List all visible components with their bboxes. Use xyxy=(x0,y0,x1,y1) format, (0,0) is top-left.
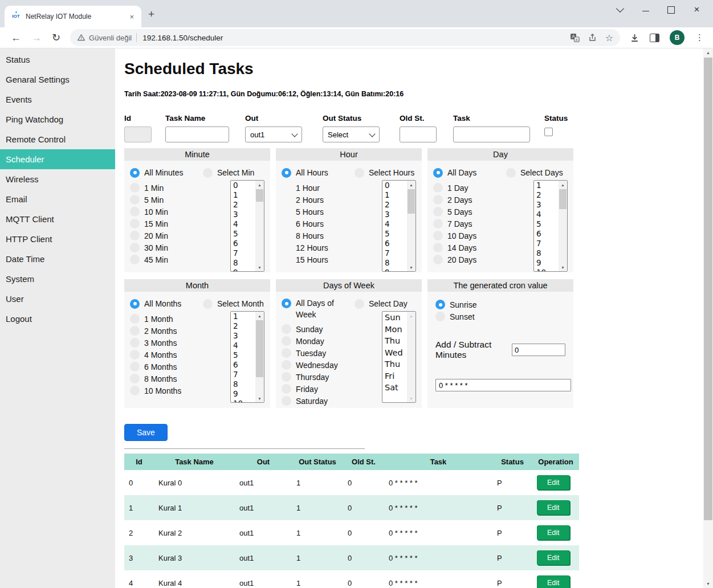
sidebar-item[interactable]: Ping Watchdog xyxy=(0,109,115,129)
sidebar-item[interactable]: User xyxy=(0,289,115,309)
security-label[interactable]: Güvenli değil xyxy=(89,34,132,42)
month-option-radio[interactable]: 1 Month xyxy=(130,313,203,325)
list-option[interactable]: 1 xyxy=(536,181,559,190)
day-option-radio[interactable]: 7 Days xyxy=(433,218,506,230)
select-min-radio[interactable]: Select Min xyxy=(203,166,264,179)
scroll-down-icon[interactable]: ▼ xyxy=(409,263,413,271)
list-option[interactable]: 1 xyxy=(233,312,255,321)
scroll-thumb[interactable] xyxy=(256,189,263,202)
list-option[interactable]: 6 xyxy=(385,239,407,248)
minimize-button[interactable] xyxy=(633,1,658,18)
list-option[interactable]: 2 xyxy=(233,200,255,210)
all-hours-radio[interactable]: All Hours xyxy=(282,166,355,179)
hour-option-radio[interactable]: 12 Hours xyxy=(282,242,355,254)
month-option-radio[interactable]: 6 Months xyxy=(130,361,203,373)
month-option-radio[interactable]: 8 Months xyxy=(130,373,203,385)
edit-button[interactable]: Edit xyxy=(537,575,570,588)
avatar[interactable]: B xyxy=(670,30,685,45)
day-option-radio[interactable]: 1 Day xyxy=(433,182,506,194)
side-panel-icon[interactable] xyxy=(650,34,659,42)
list-option[interactable]: 2 xyxy=(233,321,255,331)
scroll-thumb[interactable] xyxy=(559,189,567,209)
scroll-down-icon[interactable]: ▼ xyxy=(258,263,261,271)
list-option[interactable]: 5 xyxy=(233,229,255,239)
day-listbox[interactable]: 12345678910 ▲ ▼ xyxy=(533,180,568,272)
list-option[interactable]: 9 xyxy=(536,258,559,268)
sidebar-item[interactable]: HTTP Client xyxy=(0,229,115,249)
reload-icon[interactable]: ↻ xyxy=(52,32,60,43)
id-input[interactable] xyxy=(124,126,152,142)
task-name-input[interactable] xyxy=(165,126,229,142)
list-option[interactable]: 7 xyxy=(233,370,255,379)
translate-icon[interactable]: Aa xyxy=(570,33,580,43)
edit-button[interactable]: Edit xyxy=(537,525,570,540)
edit-button[interactable]: Edit xyxy=(537,475,570,490)
day-option-radio[interactable]: 10 Days xyxy=(433,230,506,242)
list-option[interactable]: 2 xyxy=(536,190,559,200)
select-hours-radio[interactable]: Select Hours xyxy=(355,166,416,179)
hour-option-radio[interactable]: 1 Hour xyxy=(282,182,355,194)
weekday-option-radio[interactable]: Tuesday xyxy=(282,347,355,359)
list-option[interactable]: 8 xyxy=(233,258,255,268)
all-minutes-radio[interactable]: All Minutes xyxy=(130,166,203,179)
share-icon[interactable] xyxy=(588,33,597,42)
sidebar-item[interactable]: Events xyxy=(0,89,115,109)
scroll-up-icon[interactable]: ▲ xyxy=(409,181,413,189)
day-option-radio[interactable]: 14 Days xyxy=(433,242,506,254)
list-option[interactable]: 3 xyxy=(385,210,407,219)
select-days-radio[interactable]: Select Days xyxy=(506,166,568,179)
maximize-button[interactable] xyxy=(658,1,684,18)
addsub-minutes-input[interactable] xyxy=(512,344,565,356)
minute-option-radio[interactable]: 5 Min xyxy=(130,194,203,206)
list-option[interactable]: 3 xyxy=(233,331,255,341)
kebab-menu-icon[interactable]: ⋮ xyxy=(695,32,704,43)
scroll-down-icon[interactable]: ▼ xyxy=(703,579,713,588)
select-day-radio[interactable]: Select Day xyxy=(355,297,416,310)
list-option[interactable]: 10 xyxy=(536,268,559,271)
list-option[interactable]: 2 xyxy=(385,200,407,210)
weekday-option-radio[interactable]: Thursday xyxy=(282,371,355,383)
scroll-up-icon[interactable]: ▲ xyxy=(258,181,261,189)
save-button[interactable]: Save xyxy=(124,424,168,441)
scroll-thumb[interactable] xyxy=(408,189,415,214)
sidebar-item[interactable]: Status xyxy=(0,50,115,70)
status-checkbox[interactable] xyxy=(544,128,553,136)
list-option[interactable]: 9 xyxy=(385,268,407,271)
list-option[interactable]: 3 xyxy=(536,200,559,210)
list-option[interactable]: 7 xyxy=(233,248,255,258)
hour-option-radio[interactable]: 2 Hours xyxy=(282,194,355,206)
day-option-radio[interactable]: 5 Days xyxy=(433,206,506,218)
list-option[interactable]: 6 xyxy=(233,360,255,370)
window-chevron-button[interactable] xyxy=(607,1,633,18)
weekday-option-radio[interactable]: Friday xyxy=(282,383,355,395)
list-option[interactable]: 1 xyxy=(385,190,407,200)
edit-button[interactable]: Edit xyxy=(537,550,570,565)
month-option-radio[interactable]: 10 Months xyxy=(130,385,203,397)
scroll-down-icon[interactable]: ▼ xyxy=(258,394,261,402)
url-text[interactable]: 192.168.1.50/scheduler xyxy=(142,34,223,42)
list-option[interactable]: Wed xyxy=(385,347,407,359)
cron-value-input[interactable] xyxy=(435,379,571,391)
list-option[interactable]: 8 xyxy=(385,258,407,268)
list-option[interactable]: 3 xyxy=(233,210,255,219)
list-option[interactable]: 8 xyxy=(233,379,255,389)
list-option[interactable]: 4 xyxy=(233,219,255,229)
list-option[interactable]: 0 xyxy=(385,181,407,190)
list-option[interactable]: Sat xyxy=(385,382,407,394)
listbox-scrollbar[interactable]: ▲ ▼ xyxy=(407,181,415,271)
select-month-radio[interactable]: Select Month xyxy=(203,297,264,310)
url-bar[interactable]: Güvenli değil 192.168.1.50/scheduler Aa … xyxy=(70,29,620,46)
list-option[interactable]: Fri xyxy=(385,370,407,382)
list-option[interactable]: Mon xyxy=(385,324,407,336)
task-input[interactable] xyxy=(453,126,530,142)
all-days-radio[interactable]: All Days xyxy=(433,166,506,179)
weekday-listbox[interactable]: SunMonThuWedThuFriSat ▲ ▼ xyxy=(382,311,416,403)
scroll-up-icon[interactable]: ▲ xyxy=(561,181,564,189)
month-option-radio[interactable]: 2 Months xyxy=(130,325,203,337)
sunrise-radio[interactable]: Sunrise xyxy=(435,299,565,311)
hour-option-radio[interactable]: 8 Hours xyxy=(282,230,355,242)
scroll-down-icon[interactable]: ▼ xyxy=(561,263,564,271)
forward-icon[interactable]: → xyxy=(31,32,42,43)
list-option[interactable]: Thu xyxy=(385,358,407,370)
scroll-thumb[interactable] xyxy=(704,58,712,520)
